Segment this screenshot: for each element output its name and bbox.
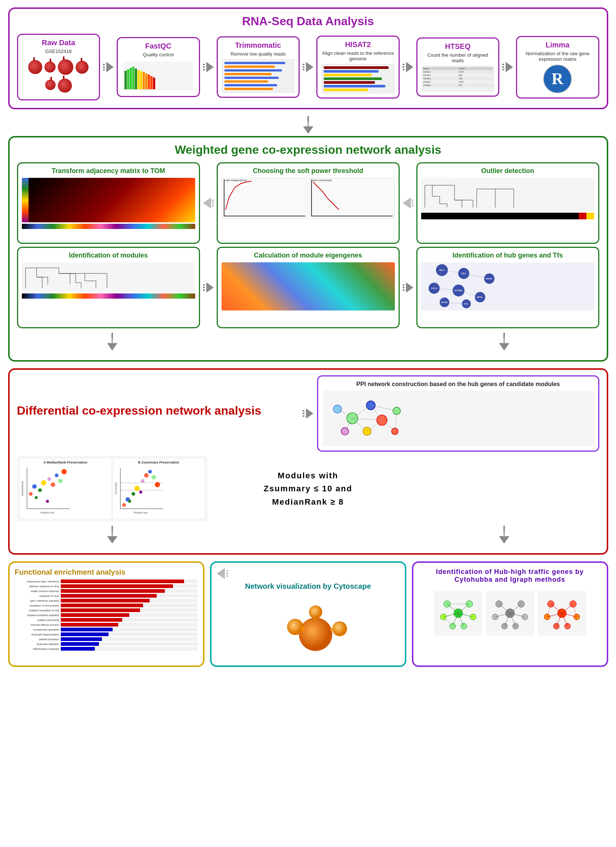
modules-dendro [22,262,195,292]
svg-point-50 [47,477,51,481]
dbar-h-2 [308,124,309,126]
gbar-7 [224,84,277,86]
dbar5-2 [502,66,504,68]
enrich-fill-10 [61,623,118,627]
ppi-svg [323,391,594,446]
soft-power-charts: Scale independence Mean connectivity [221,178,395,239]
enrich-label-10: immune effector process [15,624,59,626]
enrich-bar-c-1 [61,580,198,583]
fbar-7 [140,71,142,89]
black-bar [421,212,579,219]
svg-line-22 [434,270,442,288]
trimmomatic-chart [221,59,295,93]
enrich-label-8: cytokine-mediated signaling [15,614,59,617]
eigengenes-title: Calculation of module eigengenes [254,252,362,259]
enrich-label-2: defense response to virus [15,585,59,588]
tom-heatmap [22,178,195,222]
svg-point-63 [122,503,126,507]
enrich-fill-3 [61,589,165,593]
yellow-bar [587,212,594,219]
chart-label-2: Mean connectivity [311,179,332,182]
svg-point-48 [38,488,42,492]
fastqc-chart [121,60,195,92]
dbarh-d2 [112,534,113,536]
gbar-6 [224,80,268,83]
svg-point-54 [62,469,67,474]
bottom-row: Functional enrichment analysis response … [8,561,608,667]
arrow-1-head [106,62,114,72]
gbar-1 [224,62,285,64]
left-arrow-bars [212,200,214,207]
arrow-m-head [206,282,214,293]
wgcna-title: Weighted gene co-expression network anal… [17,143,599,157]
step-raw-data: Raw Data GSE152418 [17,34,100,100]
diff-title: Differential co-expression network analy… [17,404,299,418]
step-trimmomatic: Trimmomatic Remove low quality reads [217,36,300,98]
enrich-row-2: defense response to virus [15,584,198,588]
enrich-label-4: response to virus [15,595,59,597]
step-limma: Limma Normalization of the raw gene expr… [516,36,599,99]
dbarh-w2 [112,341,113,343]
scale-curve [222,178,307,218]
enrich-fill-15 [61,647,95,651]
enrich-bar-c-13 [61,637,198,641]
svg-text:Zsummary: Zsummary [115,482,118,494]
dbar5-1 [502,64,504,65]
virus-3 [58,59,73,75]
enrich-fill-9 [61,618,122,622]
wgcna-row2: Identification of modules [17,247,599,328]
arrow-m-bars [203,284,205,291]
dbar3-2 [303,66,305,68]
shaft-v-1 [308,116,309,122]
limma-subtitle: Normalization of the raw gene expression… [521,51,594,62]
td-4: 856 [458,74,493,77]
dbar4-1 [403,64,404,65]
enrich-bar-c-10 [61,623,198,627]
pipeline-row: Raw Data GSE152418 [17,34,599,100]
dbarh-w1 [112,339,113,341]
hbar-2 [324,70,379,72]
wgcna-modules: Identification of modules [17,247,200,328]
arrow-mod-to-eigen [203,282,214,293]
hub-networks-row [419,591,601,635]
hub-network-svg [421,262,594,310]
enrich-row-15: inflammatory response [15,647,198,651]
heatmap-side [22,178,28,222]
dbar-dp1 [303,410,305,412]
head-down-1 [303,126,313,134]
connectivity-curve [309,178,395,218]
dendro-svg [421,178,594,211]
td-1: GENE1 [423,71,458,73]
enrich-row-6: regulation of viral process [15,604,198,607]
dbarh-d3 [503,532,505,534]
dbar-m2 [203,287,205,288]
svg-line-91 [458,604,469,613]
scatter-grid: A MedianRank Preservation [20,459,205,518]
enrich-bar-c-6 [61,604,198,607]
virus-1 [28,60,42,74]
down-arrow-shape [303,116,313,134]
arrow-4 [403,62,413,72]
dbar-dp3 [303,415,305,417]
shaft-w3 [503,333,505,339]
htseq-title: HTSEQ [445,42,470,51]
enrich-label-13: platelet activation [15,638,59,640]
dbar3-3 [303,69,305,71]
enrich-bar-c-5 [61,599,198,602]
enrich-bar-c-2 [61,584,198,588]
hbar-1 [324,66,389,69]
fbar-8 [143,72,145,89]
svg-line-80 [303,627,304,631]
enrich-label-3: innate immune response [15,590,59,592]
svg-point-77 [287,619,304,635]
red-network [538,591,586,635]
cytoscape-svg [282,601,349,660]
chart-label-1: Scale independence [224,179,247,182]
svg-point-69 [148,470,152,474]
wgcna-transform-tom: Transform adjacency matrix to TOM [17,162,200,244]
enrich-bar-c-14 [61,642,198,646]
svg-point-56 [46,500,49,503]
eigengenes-heatmap [221,262,395,310]
arrow-3-head [306,62,313,72]
enrich-label-1: response to type I interferon [15,580,59,583]
